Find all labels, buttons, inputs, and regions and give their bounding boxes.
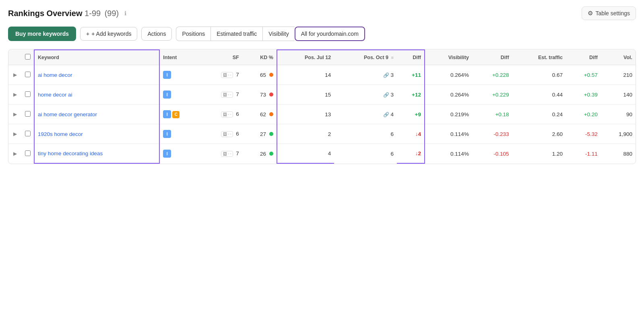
kd-cell: 26 xyxy=(242,144,277,164)
row-checkbox[interactable] xyxy=(25,111,31,117)
table-row: ▶ tiny home decorating ideas I 🖼 - - 7 2… xyxy=(8,144,636,164)
tab-visibility[interactable]: Visibility xyxy=(262,27,294,41)
select-all-checkbox[interactable] xyxy=(25,54,31,60)
sort-icon: ≡ xyxy=(391,55,394,60)
est-traffic-cell: 0.67 xyxy=(512,65,566,85)
actions-button[interactable]: Actions xyxy=(141,27,172,41)
keyword-link[interactable]: tiny home decorating ideas xyxy=(38,150,103,156)
kd-value: 73 xyxy=(260,92,266,98)
kd-cell: 73 xyxy=(242,85,277,105)
header-keyword: Keyword xyxy=(34,50,159,65)
keyword-link[interactable]: ai home decor xyxy=(38,72,72,78)
table-settings-button[interactable]: ⚙ Table settings xyxy=(582,6,636,20)
diff1-cell: +11 xyxy=(397,65,425,85)
keyword-link[interactable]: home decor ai xyxy=(38,92,72,98)
sf-icon: 🖼 - - xyxy=(221,92,233,98)
title-text: Rankings Overview xyxy=(8,9,83,18)
diff2-cell: -0.105 xyxy=(472,144,512,164)
diff1-value: +9 xyxy=(415,111,421,117)
visibility-cell: 0.219% xyxy=(425,105,472,124)
vol-value: 1,900 xyxy=(619,131,632,137)
visibility-value: 0.219% xyxy=(450,111,469,117)
est-traffic-value: 0.67 xyxy=(552,72,563,78)
info-icon[interactable]: ℹ xyxy=(124,10,126,16)
keyword-link[interactable]: 1920s home decor xyxy=(38,131,83,137)
diff1-value: +12 xyxy=(412,92,421,98)
est-traffic-value: 1.20 xyxy=(552,151,563,157)
expand-button[interactable]: ▶ xyxy=(12,71,19,78)
diff2-cell: +0.229 xyxy=(472,85,512,105)
vol-value: 90 xyxy=(626,111,632,117)
header-intent: Intent xyxy=(159,50,200,65)
title-range: 1-99 (99) xyxy=(85,9,119,18)
vol-value: 880 xyxy=(623,151,632,157)
kd-cell: 65 xyxy=(242,65,277,85)
diff3-value: -1.11 xyxy=(585,151,598,157)
sf-cell: 🖼 - - 7 xyxy=(200,144,242,164)
kd-cell: 27 xyxy=(242,124,277,144)
est-traffic-cell: 0.24 xyxy=(512,105,566,124)
expand-button[interactable]: ▶ xyxy=(12,91,19,98)
pos-oct-label: Pos. Oct 9 xyxy=(364,55,388,60)
sf-cell: 🖼 - - 7 xyxy=(200,85,242,105)
visibility-cell: 0.264% xyxy=(425,65,472,85)
header-pos-oct[interactable]: Pos. Oct 9 ≡ xyxy=(334,50,397,65)
diff3-cell: -5.32 xyxy=(566,124,601,144)
intent-badge: I xyxy=(163,91,171,99)
sf-cell: 🖼 - - 7 xyxy=(200,65,242,85)
diff1-cell: +12 xyxy=(397,85,425,105)
row-checkbox[interactable] xyxy=(25,150,31,156)
header-vol: Vol. xyxy=(601,50,636,65)
sf-value: 7 xyxy=(236,150,239,156)
expand-button[interactable]: ▶ xyxy=(12,150,19,157)
header-checkbox xyxy=(22,50,34,65)
expand-button[interactable]: ▶ xyxy=(12,130,19,138)
table-row: ▶ home decor ai I 🖼 - - 7 73 15 🔗3 xyxy=(8,85,636,105)
keyword-link[interactable]: ai home decor generator xyxy=(38,111,97,117)
table-body: ▶ ai home decor I 🖼 - - 7 65 14 🔗3 xyxy=(8,65,636,164)
kd-cell: 62 xyxy=(242,105,277,124)
est-traffic-cell: 1.20 xyxy=(512,144,566,164)
diff2-value: +0.229 xyxy=(492,92,509,98)
intent-c-badge: C xyxy=(172,111,180,118)
rankings-table: Keyword Intent SF KD % Pos. Jul 12 Pos. … xyxy=(8,49,636,164)
header-est-traffic: Est. traffic xyxy=(512,50,566,65)
expand-button[interactable]: ▶ xyxy=(12,111,19,118)
tab-positions[interactable]: Positions xyxy=(176,27,211,41)
pos-jul-cell: 2 xyxy=(277,124,334,144)
buy-keywords-button[interactable]: Buy more keywords xyxy=(8,27,76,41)
pos-jul-value: 2 xyxy=(328,131,331,137)
row-checkbox[interactable] xyxy=(25,91,31,97)
image-icon: 🖼 xyxy=(223,112,227,117)
image-icon: 🖼 xyxy=(223,132,227,136)
intent-badge: I xyxy=(163,71,171,79)
page: Rankings Overview 1-99 (99) ℹ ⚙ Table se… xyxy=(0,0,644,171)
diff1-value: ↓2 xyxy=(415,150,421,156)
est-traffic-cell: 2.60 xyxy=(512,124,566,144)
image-icon: 🖼 xyxy=(223,73,227,77)
expand-cell: ▶ xyxy=(8,85,22,105)
row-checkbox[interactable] xyxy=(25,72,31,77)
sf-value: 6 xyxy=(236,131,239,137)
diff2-cell: +0.18 xyxy=(472,105,512,124)
pos-oct-cell: 🔗3 xyxy=(334,85,397,105)
keyword-cell: tiny home decorating ideas xyxy=(34,144,159,164)
row-checkbox[interactable] xyxy=(25,131,31,136)
sf-value: 6 xyxy=(236,111,239,117)
pos-jul-value: 13 xyxy=(325,111,331,117)
tab-estimated-traffic[interactable]: Estimated traffic xyxy=(211,27,262,41)
kd-value: 65 xyxy=(260,72,266,78)
keyword-cell: ai home decor xyxy=(34,65,159,85)
tab-domain[interactable]: All for yourdomain.com xyxy=(295,27,365,41)
diff2-value: -0.233 xyxy=(493,131,509,137)
sf-value: 7 xyxy=(236,91,239,97)
add-keywords-button[interactable]: + + Add keywords xyxy=(80,27,137,41)
est-traffic-value: 0.24 xyxy=(552,111,563,117)
sf-icon: 🖼 - - xyxy=(221,151,233,157)
kd-dot xyxy=(269,112,273,116)
count-text: (99) xyxy=(105,9,119,18)
header-kd: KD % xyxy=(242,50,277,65)
kd-value: 27 xyxy=(260,131,266,137)
title-area: Rankings Overview 1-99 (99) ℹ xyxy=(8,9,126,18)
diff1-cell: ↓4 xyxy=(397,124,425,144)
